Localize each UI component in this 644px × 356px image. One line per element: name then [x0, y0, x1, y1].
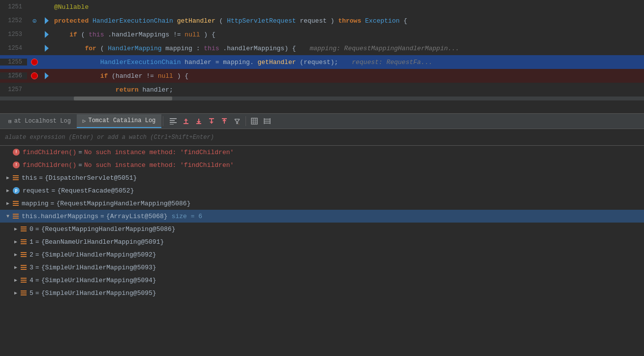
toolbar-btn-align[interactable] — [167, 115, 179, 127]
expand-icon-hm: ▼ — [4, 212, 12, 220]
breakpoint-icon-1255[interactable] — [31, 59, 38, 65]
error-icon-fc1: ! — [13, 149, 20, 156]
horizontal-scrollbar[interactable] — [0, 97, 644, 100]
var-hm-0[interactable]: ▶ 0 = {RequestMappingHandlerMapping@5086… — [0, 223, 644, 235]
align-icon — [170, 118, 177, 125]
var-request[interactable]: ▶ p request = {RequestFacade@5052} — [0, 184, 644, 197]
svg-rect-1 — [170, 120, 175, 121]
expand-icon-hm1: ▶ — [12, 238, 20, 246]
code-content-1253: if ( this .handlerMappings != null ) { — [52, 31, 644, 38]
var-hm-2[interactable]: ▶ 2 = {SimpleUrlHandlerMapping@5092} — [0, 248, 644, 261]
evaluate-placeholder: aluate expression (Enter) or add a watch… — [5, 134, 214, 141]
var-handlermappings[interactable]: ▼ this.handlerMappings = {ArrayList@5068… — [0, 210, 644, 223]
code-editor: 1251 @Nullable 1252 ⊙ protected HandlerE… — [0, 0, 644, 113]
tab-icon-localhost: ⊞ — [8, 118, 12, 125]
code-line-1257: 1257 return handler; — [0, 83, 644, 97]
code-content-1254: for ( HandlerMapping mapping : this .han… — [52, 45, 644, 52]
method-gethandler: getHandler — [258, 59, 296, 66]
for-rest: .handlerMappings) { — [223, 45, 296, 52]
gutter2-1252 — [42, 17, 52, 24]
var-eq-fc2: = — [78, 162, 82, 169]
toolbar-btn-scroll-top[interactable] — [218, 115, 230, 127]
var-eq-hm: = — [100, 213, 104, 220]
var-mapping[interactable]: ▶ mapping = {RequestMappingHandlerMappin… — [0, 197, 644, 210]
brace: { — [403, 17, 407, 25]
var-name-hm0: 0 — [30, 226, 33, 233]
exception-type: Exception — [365, 17, 399, 25]
line-number-1255: 1255 — [0, 59, 27, 65]
kw-if: if — [69, 31, 77, 38]
var-name-fc1: findChildren() — [23, 149, 76, 156]
var-this[interactable]: ▶ this = {DispatcherServlet@5051} — [0, 171, 644, 184]
scroll-down-icon — [208, 118, 215, 125]
toolbar-btn-table[interactable] — [248, 115, 260, 127]
expand-icon-this: ▶ — [4, 174, 12, 182]
tab-tomcat-log[interactable]: ▷ Tomcat Catalina Log — [77, 114, 161, 128]
code-line-1251: 1251 @Nullable — [0, 0, 644, 14]
var-val-this: {DispatcherServlet@5051} — [45, 174, 137, 182]
var-val-fc1: No such instance method: 'findChildren' — [84, 149, 234, 156]
var-eq-hm1: = — [35, 238, 39, 246]
toolbar-btn-filter[interactable]: ↓ — [231, 115, 243, 127]
tab-localhost-log[interactable]: ⊞ at Localhost Log — [2, 114, 77, 128]
scroll-up-icon — [183, 118, 189, 125]
tab-icon-tomcat: ▷ — [83, 118, 86, 124]
toolbar-btn-scroll-down[interactable] — [206, 115, 217, 127]
tab-label-localhost: at Localhost Log — [14, 118, 71, 125]
var-eq-fc1: = — [78, 149, 82, 156]
var-val-fc2: No such instance method: 'findChildren' — [84, 162, 234, 169]
for-var: mapping : — [165, 45, 204, 52]
return-handler: handler; — [142, 86, 173, 94]
scrollbar-thumb[interactable] — [74, 97, 172, 100]
evaluate-bar[interactable]: aluate expression (Enter) or add a watch… — [0, 129, 644, 146]
svg-rect-14 — [251, 118, 257, 124]
var-name-hm3: 3 — [30, 264, 33, 271]
bookmark-icon-1256 — [45, 72, 49, 79]
toolbar-icons: ↓ — [167, 115, 273, 127]
toolbar-btn-scroll-up[interactable] — [180, 115, 192, 127]
code-content-1252: protected HandlerExecutionChain getHandl… — [52, 17, 644, 25]
annotation-nullable: @Nullable — [54, 3, 89, 11]
var-name-fc2: findChildren() — [23, 162, 76, 169]
var-hm-5[interactable]: ▶ 5 = {SimpleUrlHandlerMapping@5095} — [0, 287, 644, 299]
scroll-bottom-icon — [195, 118, 202, 125]
var-eq-hm5: = — [35, 290, 39, 297]
current-line-icon: ⊙ — [32, 17, 36, 25]
expand-icon-request: ▶ — [4, 187, 12, 194]
filter-icon: ↓ — [234, 118, 241, 125]
bookmark-icon-1253 — [45, 31, 49, 38]
list-icon-mapping — [13, 201, 19, 206]
var-name-mapping: mapping — [22, 200, 49, 207]
var-eq-hm4: = — [35, 277, 39, 284]
kw-protected: protected — [54, 17, 89, 25]
gutter2-1253 — [42, 31, 52, 38]
call-args: (request); — [300, 59, 338, 66]
kw-if2: if — [100, 72, 108, 80]
param-type: HttpServletRequest — [227, 17, 296, 25]
paren: ( — [100, 45, 104, 52]
code-content-1256: if (handler != null ) { — [52, 72, 644, 80]
var-findchildren-1[interactable]: ! findChildren() = No such instance meth… — [0, 146, 644, 159]
type-handler: HandlerExecutionChain — [92, 17, 173, 25]
var-val-hm3: {SimpleUrlHandlerMapping@5093} — [41, 264, 156, 271]
breakpoint-icon-1256[interactable] — [31, 72, 38, 79]
line-number-1253: 1253 — [0, 31, 27, 38]
var-hm-4[interactable]: ▶ 4 = {SimpleUrlHandlerMapping@5094} — [0, 274, 644, 287]
var-eq-hm0: = — [35, 226, 39, 233]
list-view-icon — [264, 118, 271, 125]
tab-label-tomcat: Tomcat Catalina Log — [88, 117, 155, 124]
list-icon-hm4 — [21, 278, 27, 283]
expand-icon-hm3: ▶ — [12, 263, 20, 271]
gutter-1252: ⊙ — [27, 17, 42, 25]
kw-null2: null — [158, 72, 173, 80]
var-findchildren-2[interactable]: ! findChildren() = No such instance meth… — [0, 159, 644, 171]
var-hm-3[interactable]: ▶ 3 = {SimpleUrlHandlerMapping@5093} — [0, 261, 644, 274]
var-hm-1[interactable]: ▶ 1 = {BeanNameUrlHandlerMapping@5091} — [0, 235, 644, 248]
toolbar-btn-scroll-down-to-bottom[interactable] — [193, 115, 205, 127]
var-eq-hm3: = — [35, 264, 39, 271]
var-val-request: {RequestFacade@5052} — [57, 187, 134, 194]
list-icon-hm2 — [21, 252, 27, 257]
p-icon-request: p — [13, 187, 20, 194]
list-icon-hm5 — [21, 291, 27, 295]
toolbar-btn-list[interactable] — [261, 115, 273, 127]
